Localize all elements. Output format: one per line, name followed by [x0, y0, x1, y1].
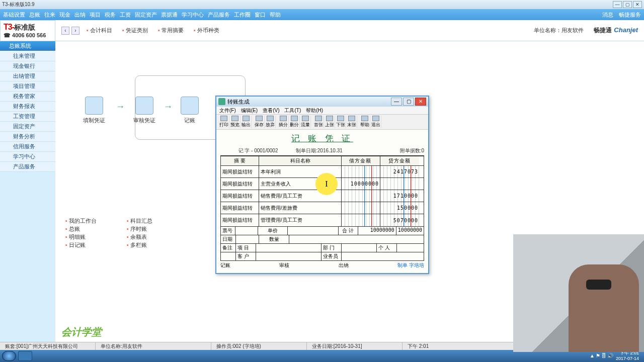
- tool-print[interactable]: 打印: [218, 116, 229, 128]
- sidebar-item[interactable]: 财务报表: [0, 102, 55, 112]
- cell-summary[interactable]: 期间损益结转: [221, 166, 259, 177]
- sidebar-item[interactable]: 固定资产: [0, 122, 55, 132]
- cell-summary[interactable]: 期间损益结转: [221, 190, 259, 202]
- menu-item[interactable]: 窗口: [255, 11, 266, 19]
- link-item[interactable]: 序时账: [127, 225, 152, 233]
- tool-next[interactable]: 下张: [335, 116, 346, 128]
- menu-item[interactable]: 往来: [44, 11, 55, 19]
- flow-node-audit[interactable]: 审核凭证: [128, 97, 160, 124]
- cell-subject[interactable]: 主营业务收入 I: [259, 178, 342, 190]
- sidebar-item[interactable]: 信用服务: [0, 142, 55, 152]
- flow-node-post[interactable]: 记账: [174, 97, 206, 124]
- menu-item[interactable]: 税务: [105, 11, 116, 19]
- link-item[interactable]: 总账: [65, 225, 97, 233]
- link-item[interactable]: 日记账: [65, 241, 97, 249]
- close-button[interactable]: ✕: [633, 1, 642, 8]
- link-item[interactable]: 科目汇总: [127, 217, 152, 225]
- cell-credit[interactable]: 1710000: [380, 190, 419, 202]
- flow-node-fill[interactable]: 填制凭证: [78, 97, 110, 124]
- tool-discard[interactable]: 放弃: [265, 116, 276, 128]
- toolbar-link[interactable]: 凭证类别: [122, 27, 148, 34]
- menu-item[interactable]: 固定资产: [135, 11, 157, 19]
- sidebar-item[interactable]: 往来管理: [0, 51, 55, 61]
- sidebar-item[interactable]: 税务管家: [0, 92, 55, 102]
- dialog-titlebar[interactable]: 转账生成 — ▢ ✕: [216, 97, 428, 107]
- sidebar-item[interactable]: 现金银行: [0, 61, 55, 71]
- tool-preview[interactable]: 预览: [229, 116, 240, 128]
- cell-credit[interactable]: 5070000: [380, 214, 419, 226]
- voucher-date[interactable]: 2016.10.31: [317, 148, 343, 153]
- menu-item[interactable]: 学习中心: [182, 11, 204, 19]
- cell-summary[interactable]: 期间损益结转: [221, 214, 259, 226]
- dlg-menu-item[interactable]: 文件(F): [219, 107, 236, 114]
- sidebar-item[interactable]: 项目管理: [0, 81, 55, 92]
- start-button[interactable]: [2, 351, 16, 361]
- menu-service[interactable]: 畅捷服务: [619, 12, 641, 18]
- toolbar-link[interactable]: 外币种类: [194, 27, 219, 34]
- sidebar-item[interactable]: 学习中心: [0, 152, 55, 162]
- minimize-button[interactable]: —: [613, 1, 622, 8]
- toolbar-link[interactable]: 常用摘要: [158, 27, 184, 34]
- tool-delete-row[interactable]: 删分: [289, 116, 300, 128]
- cell-debit[interactable]: 10000000: [342, 178, 380, 190]
- cell-debit[interactable]: [342, 190, 380, 202]
- menu-item[interactable]: 票据通: [161, 11, 178, 19]
- dlg-menu-item[interactable]: 编辑(E): [241, 107, 258, 114]
- cell-subject[interactable]: 销售费用/差旅费: [259, 202, 342, 214]
- tool-flow[interactable]: 流量: [300, 116, 311, 128]
- menu-item[interactable]: 总账: [29, 11, 40, 19]
- menu-item[interactable]: 帮助: [270, 11, 281, 19]
- taskbar-app-button[interactable]: [18, 351, 32, 361]
- link-item[interactable]: 多栏账: [127, 241, 152, 249]
- menu-item[interactable]: 工作圈: [234, 11, 251, 19]
- dlg-menu-item[interactable]: 帮助(H): [306, 107, 323, 114]
- cell-debit[interactable]: [342, 214, 380, 226]
- tool-first[interactable]: 首张: [313, 116, 324, 128]
- sidebar-item[interactable]: 出纳管理: [0, 71, 55, 81]
- dialog-minimize-button[interactable]: —: [391, 98, 402, 106]
- dlg-menu-item[interactable]: 查看(V): [263, 107, 279, 114]
- nav-fwd-button[interactable]: ›: [71, 27, 79, 35]
- maximize-button[interactable]: ▢: [623, 1, 632, 8]
- tool-save[interactable]: 保存: [254, 116, 265, 128]
- toolbar-link[interactable]: 会计科目: [87, 27, 112, 34]
- dialog-close-button[interactable]: ✕: [415, 98, 426, 106]
- cell-debit[interactable]: [342, 202, 380, 214]
- tool-prev[interactable]: 上张: [324, 116, 335, 128]
- menu-item[interactable]: 产品服务: [208, 11, 230, 19]
- link-item[interactable]: 我的工作台: [65, 217, 97, 225]
- menu-item[interactable]: 基础设置: [3, 11, 25, 19]
- dialog-maximize-button[interactable]: ▢: [403, 98, 414, 106]
- cell-credit[interactable]: [380, 178, 419, 190]
- tray-icon[interactable]: 🔊: [607, 353, 613, 358]
- tool-exit[interactable]: 退出: [370, 116, 381, 128]
- tray-icon[interactable]: 🗄: [601, 353, 606, 358]
- menu-item[interactable]: 现金: [59, 11, 70, 19]
- cell-subject[interactable]: 管理费用/员工工资: [259, 214, 342, 226]
- tool-last[interactable]: 末张: [346, 116, 357, 128]
- tool-insert-row[interactable]: 插分: [278, 116, 289, 128]
- tool-export[interactable]: 输出: [240, 116, 252, 128]
- sidebar-item[interactable]: 产品服务: [0, 162, 55, 172]
- menu-item[interactable]: 出纳: [74, 11, 86, 19]
- menu-messages[interactable]: 消息: [602, 12, 613, 18]
- dlg-menu-item[interactable]: 工具(T): [284, 107, 301, 114]
- tray-icon[interactable]: ⚑: [596, 353, 600, 358]
- cell-summary[interactable]: 期间损益结转: [221, 178, 259, 190]
- nav-back-button[interactable]: ‹: [61, 27, 69, 35]
- link-item[interactable]: 余额表: [127, 233, 152, 241]
- cell-credit[interactable]: 2417073: [380, 166, 419, 177]
- cell-summary[interactable]: 期间损益结转: [221, 202, 259, 214]
- sidebar-header[interactable]: 总账系统: [0, 41, 55, 51]
- attach-count[interactable]: 0: [421, 148, 424, 153]
- tool-help[interactable]: 帮助: [359, 116, 370, 128]
- cell-debit[interactable]: [342, 166, 380, 177]
- system-tray[interactable]: ▲⚑🗄🔊 下午 2:012017-07-14: [589, 350, 642, 361]
- sidebar-item[interactable]: 工资管理: [0, 112, 55, 122]
- tray-icon[interactable]: ▲: [590, 353, 595, 358]
- menu-item[interactable]: 工资: [120, 11, 131, 19]
- cell-credit[interactable]: 150000: [380, 202, 419, 214]
- link-item[interactable]: 明细账: [65, 233, 97, 241]
- sidebar-item[interactable]: 财务分析: [0, 132, 55, 142]
- menu-item[interactable]: 项目: [90, 11, 101, 19]
